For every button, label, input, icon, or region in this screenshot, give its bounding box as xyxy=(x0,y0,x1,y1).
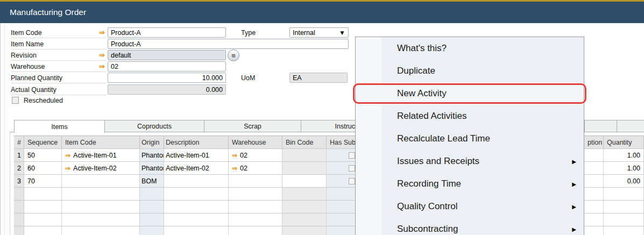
tab-stub-right[interactable] xyxy=(617,120,644,132)
cell-bin-code[interactable] xyxy=(282,162,327,174)
cell-bin-code[interactable] xyxy=(282,175,327,187)
cell-description[interactable]: Active-Item-02 xyxy=(164,162,229,174)
col-bin-code[interactable]: Bin Code xyxy=(282,136,327,148)
col-row-number[interactable]: # xyxy=(14,136,24,148)
warehouse-link-arrow-icon[interactable]: ⇒ xyxy=(97,61,107,72)
uom-field: EA xyxy=(289,73,348,83)
cell-item-code[interactable]: ⇒Active-Item-01 xyxy=(62,149,140,161)
cell-item-code[interactable] xyxy=(62,175,140,187)
cell-origin[interactable]: BOM xyxy=(140,175,164,187)
panel-left-border xyxy=(10,132,10,235)
col-origin[interactable]: Origin xyxy=(140,136,164,148)
warehouse-field[interactable]: 02 xyxy=(108,61,226,72)
cell-quantity[interactable]: 1.00 xyxy=(604,149,644,161)
window-titlebar: Manufacturing Order xyxy=(0,2,644,23)
cell-description[interactable] xyxy=(164,175,229,187)
revision-link-arrow-icon[interactable]: ⇒ xyxy=(97,50,107,60)
menu-item-duplicate[interactable]: Duplicate xyxy=(356,60,584,82)
cell-warehouse[interactable]: ⇒02 xyxy=(229,162,282,174)
revision-label: Revision xyxy=(11,50,107,61)
col-partial[interactable]: ption xyxy=(584,136,604,148)
manufacturing-order-window: Manufacturing Order Item Code Item Name … xyxy=(0,0,644,235)
link-arrow-icon[interactable]: ⇒ xyxy=(65,152,70,159)
cell-row-number[interactable]: 3 xyxy=(14,175,24,187)
cell-quantity[interactable]: 1.00 xyxy=(604,162,644,174)
submenu-arrow-icon: ▶ xyxy=(572,226,576,232)
item-name-field[interactable]: Product-A xyxy=(108,39,349,49)
warehouse-label: Warehouse xyxy=(11,61,107,72)
link-arrow-icon[interactable]: ⇒ xyxy=(232,165,237,172)
item-name-label: Item Name xyxy=(11,39,107,49)
cell-description[interactable]: Active-Item-01 xyxy=(164,149,229,161)
dropdown-arrow-icon: ▼ xyxy=(339,30,345,36)
cell-sequence[interactable]: 70 xyxy=(24,175,62,187)
uom-label: UoM xyxy=(241,73,284,83)
cell-warehouse[interactable]: ⇒02 xyxy=(229,149,282,161)
has-sub-checkbox[interactable] xyxy=(349,152,355,159)
tab-items[interactable]: Items xyxy=(14,120,105,133)
window-frame-left xyxy=(0,23,1,235)
actual-quantity-field: 0.000 xyxy=(108,84,226,95)
type-label: Type xyxy=(241,27,284,38)
col-item-code[interactable]: Item Code xyxy=(62,136,140,148)
submenu-arrow-icon: ▶ xyxy=(572,181,576,187)
cell-partial[interactable] xyxy=(584,162,604,174)
col-warehouse[interactable]: Warehouse xyxy=(229,136,282,148)
col-description[interactable]: Description xyxy=(164,136,229,148)
link-arrow-icon[interactable]: ⇒ xyxy=(232,152,237,159)
has-sub-checkbox[interactable] xyxy=(349,178,355,184)
menu-item-recalculate-lead-time[interactable]: Recalculate Lead Time xyxy=(356,127,584,150)
cell-row-number[interactable]: 1 xyxy=(14,149,24,161)
actual-quantity-label: Actual Quantity xyxy=(11,84,107,95)
submenu-arrow-icon: ▶ xyxy=(572,159,576,165)
tab-strip: Items Coproducts Scrap Instructions xyxy=(14,120,404,132)
cell-quantity[interactable]: 0.00 xyxy=(604,175,644,187)
menu-item-issues-and-receipts[interactable]: Issues and Receipts▶ xyxy=(356,150,584,173)
tab-scrap[interactable]: Scrap xyxy=(204,120,301,132)
menu-item-quality-control[interactable]: Quality Control▶ xyxy=(356,195,584,218)
tab-coproducts[interactable]: Coproducts xyxy=(105,120,204,132)
choose-from-list-button[interactable]: ≡ xyxy=(228,49,239,61)
item-code-link-arrow-icon[interactable]: ⇒ xyxy=(97,27,107,38)
cell-bin-code[interactable] xyxy=(282,149,327,161)
menu-item-subcontracting[interactable]: Subcontracting▶ xyxy=(356,218,584,235)
menu-item-new-activity[interactable]: New Activity xyxy=(356,82,584,105)
cell-item-code[interactable]: ⇒Active-Item-02 xyxy=(62,162,140,174)
type-dropdown[interactable]: Internal ▼ xyxy=(289,27,349,38)
col-sequence[interactable]: Sequence xyxy=(24,136,62,148)
item-code-label: Item Code xyxy=(11,27,107,38)
window-frame-left-inner xyxy=(4,23,5,235)
link-arrow-icon[interactable]: ⇒ xyxy=(65,165,70,172)
list-icon: ≡ xyxy=(231,52,236,60)
menu-item-related-activities[interactable]: Related Activities xyxy=(356,105,584,127)
cell-row-number[interactable]: 2 xyxy=(14,162,24,174)
menu-item-whats-this[interactable]: What's this? xyxy=(356,37,584,60)
cell-origin[interactable]: Phantom xyxy=(140,162,164,174)
planned-quantity-label: Planned Quantity xyxy=(11,73,107,83)
cell-sequence[interactable]: 60 xyxy=(24,162,62,174)
cell-sequence[interactable]: 50 xyxy=(24,149,62,161)
rescheduled-checkbox[interactable] xyxy=(12,97,19,104)
context-menu: What's this? Duplicate New Activity Rela… xyxy=(355,37,584,235)
cell-partial[interactable] xyxy=(584,175,604,187)
col-quantity[interactable]: Quantity xyxy=(604,136,644,148)
tab-stub-left[interactable] xyxy=(584,120,617,132)
item-code-field[interactable]: Product-A xyxy=(108,27,226,38)
cell-origin[interactable]: Phantom xyxy=(140,149,164,161)
window-title: Manufacturing Order xyxy=(10,8,86,17)
cell-partial[interactable] xyxy=(584,149,604,161)
revision-field[interactable]: default xyxy=(108,50,226,60)
has-sub-checkbox[interactable] xyxy=(349,165,355,172)
submenu-arrow-icon: ▶ xyxy=(572,204,576,210)
type-value: Internal xyxy=(293,29,315,37)
rescheduled-label: Rescheduled xyxy=(24,97,63,104)
cell-warehouse[interactable] xyxy=(229,175,282,187)
planned-quantity-field[interactable]: 10.000 xyxy=(108,73,226,83)
menu-item-recording-time[interactable]: Recording Time▶ xyxy=(356,173,584,195)
